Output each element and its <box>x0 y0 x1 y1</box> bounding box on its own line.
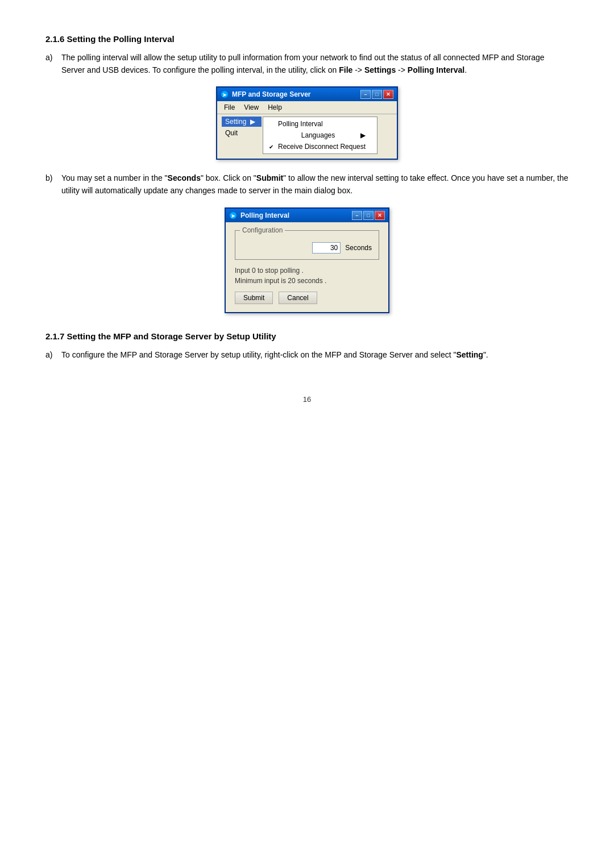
paragraph-2-1-7-a-text: To configure the MFP and Storage Server … <box>61 349 569 362</box>
menu-view[interactable]: View <box>239 102 263 113</box>
polling-titlebar-icon: ➤ <box>229 211 237 219</box>
titlebar-buttons: – □ ✕ <box>360 90 393 99</box>
mfp-storage-titlebar: ➤ MFP and Storage Server – □ ✕ <box>217 88 397 101</box>
polling-maximize-button[interactable]: □ <box>363 211 374 220</box>
paragraph-b-text: You may set a number in the "Seconds" bo… <box>61 172 569 197</box>
paragraph-b-label: b) <box>45 172 56 197</box>
cancel-button[interactable]: Cancel <box>279 292 317 304</box>
checkmark-receive: ✔ <box>269 144 276 150</box>
menu-setting-item[interactable]: Setting ▶ <box>222 117 262 127</box>
seconds-label: Seconds <box>345 244 372 252</box>
submenu-polling-interval[interactable]: Polling Interval <box>263 118 377 130</box>
menu-submenu: Polling Interval Languages ▶ ✔ Receive D… <box>263 117 377 154</box>
polling-interval-dialog: ➤ Polling Interval – □ ✕ Configuration S… <box>225 207 389 313</box>
section-2-1-6: 2.1.6 Setting the Polling Interval a) Th… <box>45 34 569 313</box>
dialog2-container: ➤ Polling Interval – □ ✕ Configuration S… <box>45 207 569 313</box>
submenu-languages[interactable]: Languages ▶ <box>263 130 377 141</box>
config-group: Configuration Seconds <box>235 230 379 260</box>
mfp-storage-menubar: File View Help <box>217 101 397 114</box>
paragraph-a-item: a) The polling interval will allow the s… <box>45 52 569 76</box>
dialog1-container: ➤ MFP and Storage Server – □ ✕ File View… <box>45 86 569 160</box>
polling-minimize-button[interactable]: – <box>352 211 362 220</box>
svg-text:➤: ➤ <box>231 213 235 219</box>
polling-title: Polling Interval <box>240 211 349 219</box>
maximize-button[interactable]: □ <box>372 90 382 99</box>
submit-button[interactable]: Submit <box>235 292 273 304</box>
mfp-storage-title: MFP and Storage Server <box>232 90 357 98</box>
seconds-row: Seconds <box>242 242 372 254</box>
config-group-label: Configuration <box>240 226 285 234</box>
checkmark-polling <box>269 121 276 127</box>
dialog-buttons: Submit Cancel <box>235 292 379 304</box>
seconds-input[interactable] <box>312 242 341 254</box>
paragraph-a-text: The polling interval will allow the setu… <box>61 52 569 76</box>
page-number: 16 <box>45 395 569 404</box>
paragraph-2-1-7-a-label: a) <box>45 349 56 362</box>
polling-dialog-body: Configuration Seconds Input 0 to stop po… <box>226 222 388 312</box>
hint-stop-polling: Input 0 to stop polling . <box>235 267 379 275</box>
submenu-receive-label: Receive Disconnect Request <box>278 143 366 151</box>
paragraph-a-label: a) <box>45 52 56 76</box>
menu-help[interactable]: Help <box>263 102 287 113</box>
checkmark-languages <box>269 132 276 139</box>
menu-dropdown: Setting ▶ Quit Polling Interval Language… <box>217 114 397 159</box>
polling-titlebar-buttons: – □ ✕ <box>352 211 385 220</box>
menu-file[interactable]: File <box>219 102 239 113</box>
paragraph-b-item: b) You may set a number in the "Seconds"… <box>45 172 569 197</box>
submenu-languages-label: Languages <box>301 131 335 139</box>
section-heading-2-1-7: 2.1.7 Setting the MFP and Storage Server… <box>45 331 569 341</box>
hint-minimum-input: Minimum input is 20 seconds . <box>235 277 379 285</box>
minimize-button[interactable]: – <box>360 90 371 99</box>
polling-titlebar: ➤ Polling Interval – □ ✕ <box>226 209 388 222</box>
menu-quit-item[interactable]: Quit <box>222 128 262 138</box>
section-2-1-7: 2.1.7 Setting the MFP and Storage Server… <box>45 331 569 362</box>
titlebar-icon: ➤ <box>221 90 229 98</box>
paragraph-2-1-7-a-item: a) To configure the MFP and Storage Serv… <box>45 349 569 362</box>
close-button[interactable]: ✕ <box>383 90 393 99</box>
section-heading-2-1-6: 2.1.6 Setting the Polling Interval <box>45 34 569 44</box>
submenu-receive-disconnect[interactable]: ✔ Receive Disconnect Request <box>263 141 377 152</box>
svg-text:➤: ➤ <box>222 92 227 98</box>
languages-arrow: ▶ <box>360 131 366 139</box>
submenu-polling-label: Polling Interval <box>278 120 323 128</box>
mfp-storage-dialog: ➤ MFP and Storage Server – □ ✕ File View… <box>216 86 398 160</box>
polling-close-button[interactable]: ✕ <box>375 211 385 220</box>
menu-left-col: Setting ▶ Quit <box>222 117 262 154</box>
